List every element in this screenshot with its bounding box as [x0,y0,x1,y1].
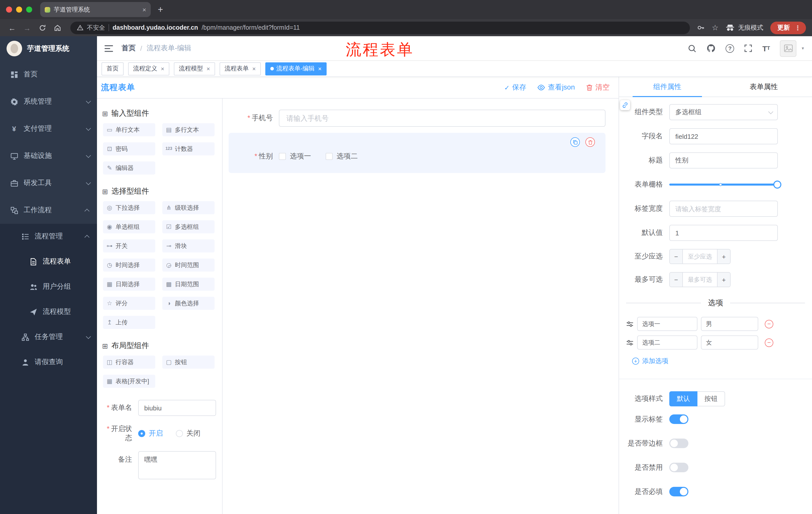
home-button[interactable] [51,22,63,34]
tag-process-definition[interactable]: 流程定义× [128,62,169,75]
palette-item-password[interactable]: ⊡密码 [103,142,155,155]
github-icon[interactable] [706,44,716,53]
tag-process-form[interactable]: 流程表单× [220,62,261,75]
delete-component-button[interactable] [585,137,595,147]
save-button[interactable]: ✓ 保存 [504,83,526,92]
palette-item-time-picker[interactable]: ◷时间选择 [103,259,155,272]
search-icon[interactable] [688,44,696,53]
sidebar-item-user-group[interactable]: 用户分组 [0,274,97,299]
form-field-phone[interactable]: *手机号 [229,110,606,127]
drag-handle-icon[interactable] [626,320,634,328]
option-2-label-input[interactable] [637,335,697,350]
browser-update-button[interactable]: 更新 ⋮ [770,21,806,34]
form-name-input[interactable] [138,400,216,416]
border-switch[interactable] [669,438,688,448]
tag-close-icon[interactable]: × [161,65,164,72]
style-button-button[interactable]: 按钮 [697,391,725,406]
palette-item-textarea[interactable]: ▤多行文本 [162,123,214,136]
label-width-input[interactable] [669,201,778,217]
window-minimize-button[interactable] [16,6,22,12]
remove-option-button[interactable]: − [765,320,773,328]
avatar-caret-icon[interactable]: ▾ [802,46,804,51]
palette-item-button[interactable]: ▢按钮 [162,356,214,369]
sidebar-logo[interactable]: 芋道管理系统 [0,36,97,61]
link-button[interactable] [620,100,630,110]
grid-slider[interactable] [669,177,778,193]
breadcrumb-home[interactable]: 首页 [122,44,136,53]
tag-process-form-edit[interactable]: 流程表单-编辑× [265,62,327,75]
add-option-button[interactable]: + 添加选项 [632,357,812,366]
stepper-placeholder[interactable]: 至少应选 [683,249,717,264]
palette-item-upload[interactable]: ↥上传 [103,316,155,329]
new-tab-button[interactable]: + [158,4,163,15]
password-key-icon[interactable] [697,24,705,32]
palette-item-row-container[interactable]: ◫行容器 [103,356,155,369]
palette-item-editor[interactable]: ✎编辑器 [103,161,155,174]
sidebar-item-process-model[interactable]: 流程模型 [0,299,97,324]
view-json-button[interactable]: 查看json [538,83,575,92]
tab-component-properties[interactable]: 组件属性 [619,77,716,97]
palette-item-slider[interactable]: ⊸滑块 [162,239,214,252]
sidebar-item-workflow[interactable]: 工作流程 [0,197,97,224]
required-switch[interactable] [669,487,688,496]
palette-item-time-range[interactable]: ◶时间范围 [162,259,214,272]
style-default-button[interactable]: 默认 [669,391,697,406]
drag-handle-icon[interactable] [626,339,634,346]
stepper-placeholder[interactable]: 最多可选 [683,273,717,287]
tag-close-icon[interactable]: × [206,65,210,72]
default-value-input[interactable] [669,225,778,241]
copy-component-button[interactable] [570,137,580,147]
decrement-button[interactable]: − [670,249,683,264]
palette-item-radio-group[interactable]: ◉单选框组 [103,220,155,233]
status-off-radio[interactable]: 关闭 [176,429,201,438]
field-name-input[interactable] [669,128,778,144]
window-zoom-button[interactable] [26,6,32,12]
disabled-switch[interactable] [669,463,688,472]
tag-process-model[interactable]: 流程模型× [174,62,215,75]
sidebar-item-leave-query[interactable]: 请假查询 [0,350,97,375]
browser-tab[interactable]: 芋道管理系统 × [40,2,151,17]
palette-item-counter[interactable]: 123计数器 [162,142,214,155]
font-size-icon[interactable]: TT [762,45,770,52]
remark-textarea[interactable]: 嘿嘿 [138,451,216,479]
fullscreen-icon[interactable] [744,44,752,52]
window-close-button[interactable] [6,6,12,12]
component-type-select[interactable]: 多选框组 [669,104,778,120]
tag-close-icon[interactable]: × [252,65,256,72]
sidebar-toggle-button[interactable] [105,45,113,52]
increment-button[interactable]: + [717,249,730,264]
title-input[interactable] [669,153,778,168]
increment-button[interactable]: + [717,273,730,287]
palette-item-color-picker[interactable]: ◑颜色选择 [162,297,214,310]
gender-option-1-checkbox[interactable]: 选项一 [279,152,311,161]
palette-item-date-picker[interactable]: ▦日期选择 [103,278,155,291]
tag-close-icon[interactable]: × [318,65,322,72]
sidebar-item-home[interactable]: 首页 [0,61,97,88]
palette-item-checkbox-group[interactable]: ☑多选框组 [162,220,214,233]
phone-input[interactable] [279,110,606,127]
sidebar-item-task-management[interactable]: 任务管理 [0,324,97,350]
tab-form-properties[interactable]: 表单属性 [716,77,812,97]
palette-item-switch[interactable]: ⊶开关 [103,239,155,252]
sidebar-item-infrastructure[interactable]: 基础设施 [0,142,97,169]
sidebar-item-process-form[interactable]: 流程表单 [0,249,97,274]
palette-item-cascader[interactable]: ⋔级联选择 [162,201,214,214]
user-avatar[interactable] [780,40,797,57]
decrement-button[interactable]: − [670,273,683,287]
back-button[interactable]: ← [6,22,18,34]
sidebar-item-system[interactable]: 系统管理 [0,88,97,115]
forward-button[interactable]: → [21,22,33,34]
form-field-gender-selected[interactable]: *性别 选项一 选项二 [229,133,606,173]
palette-item-rate[interactable]: ☆评分 [103,297,155,310]
tag-home[interactable]: 首页 [102,62,124,75]
clear-button[interactable]: 清空 [586,83,609,92]
sidebar-item-process-management[interactable]: 流程管理 [0,224,97,249]
option-1-value-input[interactable] [701,317,758,331]
not-secure-warning-icon[interactable] [77,25,83,31]
show-label-switch[interactable] [669,414,688,424]
sidebar-item-devtools[interactable]: 研发工具 [0,169,97,197]
tab-close-icon[interactable]: × [142,6,146,13]
sidebar-item-payment[interactable]: ¥ 支付管理 [0,115,97,142]
option-2-value-input[interactable] [701,335,758,350]
url-bar[interactable]: 不安全 dashboard.yudao.iocoder.cn /bpm/mana… [70,21,690,34]
